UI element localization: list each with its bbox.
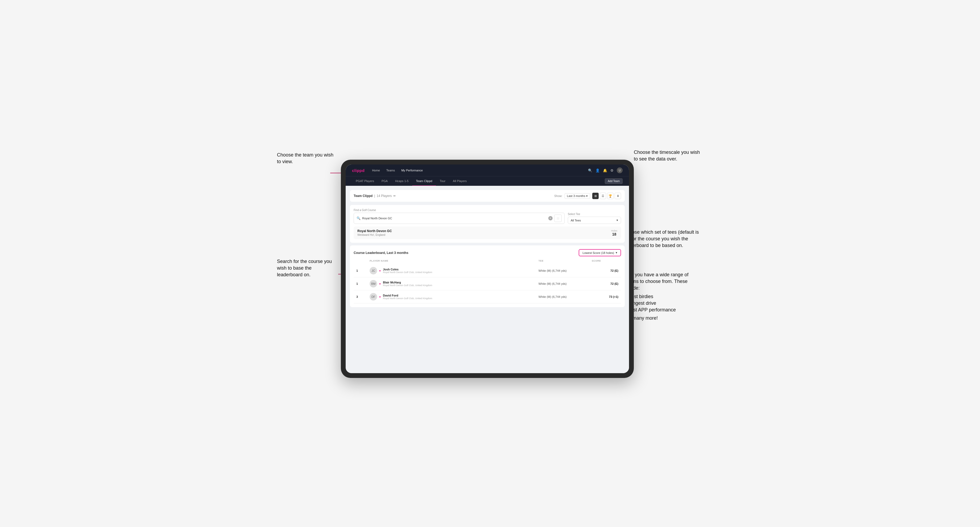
player-count: 14 Players bbox=[377, 194, 392, 198]
score-dropdown-chevron: ▾ bbox=[616, 251, 617, 254]
player-info-3: DF ♥ David Ford Royal North Devon Golf C… bbox=[370, 293, 538, 300]
team-header: Team Clippd | 14 Players ✏ Show: Last 3 … bbox=[350, 190, 625, 202]
annotation-top-left: Choose the team you wish to view. bbox=[277, 152, 336, 165]
sub-nav-all-players[interactable]: All Players bbox=[449, 176, 471, 186]
sub-nav-links: PGAT Players PGA Hcaps 1-5 Team Clippd T… bbox=[352, 176, 605, 186]
find-label: Find a Golf Course bbox=[354, 209, 565, 211]
bullet-1: Most birdies bbox=[627, 293, 703, 300]
score-dropdown[interactable]: Lowest Score (18 holes) ▾ bbox=[579, 249, 621, 256]
col-tee: TEE bbox=[538, 259, 592, 262]
nav-home[interactable]: Home bbox=[371, 168, 381, 173]
trophy-icon[interactable]: 🏆 bbox=[607, 193, 614, 199]
sub-nav-pga[interactable]: PGA bbox=[378, 176, 391, 186]
notification-icon[interactable]: 🔔 bbox=[603, 168, 607, 173]
tee-label: Select Tee bbox=[568, 213, 621, 216]
annotation-top-right: Choose the timescale you wish to see the… bbox=[634, 149, 703, 162]
person-icon[interactable]: 👤 bbox=[595, 168, 600, 173]
download-icon[interactable]: ⬇ bbox=[615, 193, 621, 199]
bullet-2: Longest drive bbox=[627, 300, 703, 306]
course-name: Royal North Devon GC bbox=[357, 229, 392, 233]
player-club-2: Royal North Devon Golf Club, United King… bbox=[383, 284, 432, 287]
leaderboard-header: Course Leaderboard, Last 3 months Lowest… bbox=[354, 249, 621, 256]
leaderboard-section: Course Leaderboard, Last 3 months Lowest… bbox=[350, 245, 625, 307]
avatar-3: DF bbox=[370, 293, 377, 300]
list-view-icon[interactable]: ☰ bbox=[600, 193, 606, 199]
navbar: clippd Home Teams My Performance 🔍 👤 🔔 ⚙… bbox=[346, 165, 629, 176]
sub-nav-tour[interactable]: Tour bbox=[436, 176, 449, 186]
col-rank bbox=[356, 259, 370, 262]
sub-nav-team-clippd[interactable]: Team Clippd bbox=[412, 176, 436, 186]
table-row: 1 BM ♥ Blair McHarg Royal North Devon Go… bbox=[354, 277, 621, 290]
player-tee-1: White (M) (6,744 yds) bbox=[538, 269, 592, 272]
nav-teams[interactable]: Teams bbox=[385, 168, 396, 173]
player-info-1: JC ♥ Josh Coles Royal North Devon Golf C… bbox=[370, 267, 538, 275]
table-row: 3 DF ♥ David Ford Royal North Devon Golf… bbox=[354, 290, 621, 303]
search-icon[interactable]: 🔍 bbox=[588, 168, 592, 173]
course-result: Royal North Devon GC Westward Ho!, Engla… bbox=[354, 227, 621, 239]
navbar-links: Home Teams My Performance bbox=[371, 168, 582, 173]
sub-navbar: PGAT Players PGA Hcaps 1-5 Team Clippd T… bbox=[346, 176, 629, 186]
page-wrapper: Choose the team you wish to view. Choose… bbox=[277, 144, 703, 383]
col-score: SCORE bbox=[592, 259, 618, 262]
annotation-bottom-right: Here you have a wide range of options to… bbox=[623, 271, 703, 322]
tee-select-dropdown[interactable]: All Tees ▾ bbox=[568, 217, 621, 224]
search-input[interactable]: Royal North Devon GC bbox=[362, 217, 547, 220]
tablet-frame: clippd Home Teams My Performance 🔍 👤 🔔 ⚙… bbox=[341, 160, 634, 378]
favorite-button[interactable]: ☆ bbox=[554, 214, 562, 222]
course-info: Royal North Devon GC Westward Ho!, Engla… bbox=[357, 229, 392, 237]
search-row: Find a Golf Course 🔍 Royal North Devon G… bbox=[354, 209, 621, 224]
search-section: Find a Golf Course 🔍 Royal North Devon G… bbox=[350, 205, 625, 243]
grid-view-icon[interactable]: ⊞ bbox=[592, 193, 599, 199]
team-count: | bbox=[374, 194, 375, 198]
player-info-2: BM ♥ Blair McHarg Royal North Devon Golf… bbox=[370, 280, 538, 287]
heart-icon-2[interactable]: ♥ bbox=[379, 283, 381, 285]
player-details-3: David Ford Royal North Devon Golf Club, … bbox=[383, 294, 432, 300]
dropdown-chevron-icon: ▾ bbox=[586, 194, 588, 197]
player-name-3: David Ford bbox=[383, 294, 432, 297]
clear-button[interactable]: ✕ bbox=[548, 216, 552, 221]
player-rank-2: 1 bbox=[356, 282, 370, 285]
add-team-button[interactable]: Add Team bbox=[605, 178, 623, 184]
holes-box: Holes 18 bbox=[611, 229, 617, 237]
nav-my-performance[interactable]: My Performance bbox=[400, 168, 424, 173]
main-content: Team Clippd | 14 Players ✏ Show: Last 3 … bbox=[346, 186, 629, 373]
tee-select-group: Select Tee All Tees ▾ bbox=[568, 213, 621, 224]
player-club-3: Royal North Devon Golf Club, United King… bbox=[383, 297, 432, 300]
sub-nav-pgat[interactable]: PGAT Players bbox=[352, 176, 378, 186]
course-search-group: Find a Golf Course 🔍 Royal North Devon G… bbox=[354, 209, 565, 224]
annotation-mid-right: Choose which set of tees (default is all… bbox=[623, 229, 703, 249]
player-name-2: Blair McHarg bbox=[383, 281, 432, 284]
search-icon-inner: 🔍 bbox=[356, 216, 361, 220]
player-club-1: Royal North Devon Golf Club, United King… bbox=[383, 271, 432, 274]
player-score-2: 72 (E) bbox=[592, 282, 618, 285]
show-label: Show: bbox=[554, 194, 562, 197]
team-title: Team Clippd | 14 Players ✏ bbox=[354, 194, 396, 198]
col-player-name: PLAYER NAME bbox=[370, 259, 538, 262]
bullet-3: Best APP performance bbox=[627, 306, 703, 313]
course-location: Westward Ho!, England bbox=[357, 233, 392, 237]
player-details-1: Josh Coles Royal North Devon Golf Club, … bbox=[383, 268, 432, 274]
player-score-1: 72 (E) bbox=[592, 269, 618, 272]
edit-icon[interactable]: ✏ bbox=[393, 194, 396, 198]
avatar-2: BM bbox=[370, 280, 377, 287]
player-score-3: 73 (+1) bbox=[592, 295, 618, 298]
leaderboard-columns: PLAYER NAME TEE SCORE bbox=[354, 259, 621, 262]
show-dropdown[interactable]: Last 3 months ▾ bbox=[565, 193, 590, 199]
view-icons: ⊞ ☰ 🏆 ⬇ bbox=[592, 193, 621, 199]
player-tee-3: White (M) (6,744 yds) bbox=[538, 295, 592, 298]
sub-nav-hcaps[interactable]: Hcaps 1-5 bbox=[391, 176, 412, 186]
annotation-left: Search for the course you wish to base t… bbox=[277, 258, 336, 278]
player-details-2: Blair McHarg Royal North Devon Golf Club… bbox=[383, 281, 432, 287]
holes-number: 18 bbox=[611, 232, 617, 237]
heart-icon-1[interactable]: ♥ bbox=[379, 269, 381, 272]
settings-icon[interactable]: ⚙ bbox=[610, 168, 614, 173]
avatar[interactable]: U bbox=[617, 167, 623, 173]
show-row: Show: Last 3 months ▾ ⊞ ☰ 🏆 ⬇ bbox=[554, 193, 621, 199]
heart-icon-3[interactable]: ♥ bbox=[379, 295, 381, 298]
tee-chevron-icon: ▾ bbox=[616, 219, 618, 222]
player-name-1: Josh Coles bbox=[383, 268, 432, 271]
holes-label: Holes bbox=[611, 229, 617, 232]
player-tee-2: White (M) (6,744 yds) bbox=[538, 282, 592, 285]
player-rank-3: 3 bbox=[356, 295, 370, 298]
leaderboard-title: Course Leaderboard, Last 3 months bbox=[354, 251, 408, 255]
